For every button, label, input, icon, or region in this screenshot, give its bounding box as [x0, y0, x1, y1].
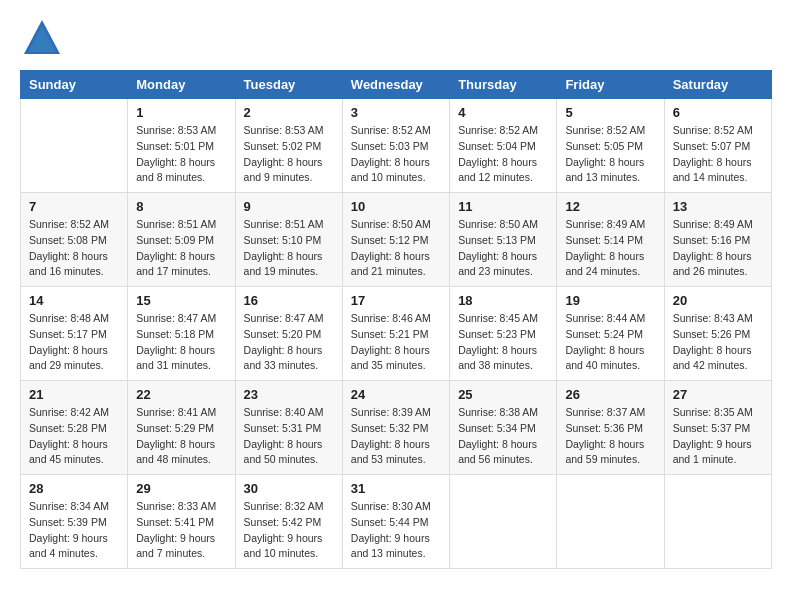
- calendar-cell: 19Sunrise: 8:44 AMSunset: 5:24 PMDayligh…: [557, 287, 664, 381]
- calendar-cell: 1Sunrise: 8:53 AMSunset: 5:01 PMDaylight…: [128, 99, 235, 193]
- day-info: Sunrise: 8:49 AMSunset: 5:16 PMDaylight:…: [673, 217, 763, 280]
- day-number: 17: [351, 293, 441, 308]
- week-row-4: 28Sunrise: 8:34 AMSunset: 5:39 PMDayligh…: [21, 475, 772, 569]
- day-info: Sunrise: 8:42 AMSunset: 5:28 PMDaylight:…: [29, 405, 119, 468]
- day-info: Sunrise: 8:51 AMSunset: 5:09 PMDaylight:…: [136, 217, 226, 280]
- week-row-2: 14Sunrise: 8:48 AMSunset: 5:17 PMDayligh…: [21, 287, 772, 381]
- day-info: Sunrise: 8:44 AMSunset: 5:24 PMDaylight:…: [565, 311, 655, 374]
- day-info: Sunrise: 8:33 AMSunset: 5:41 PMDaylight:…: [136, 499, 226, 562]
- day-info: Sunrise: 8:48 AMSunset: 5:17 PMDaylight:…: [29, 311, 119, 374]
- weekday-friday: Friday: [557, 71, 664, 99]
- week-row-0: 1Sunrise: 8:53 AMSunset: 5:01 PMDaylight…: [21, 99, 772, 193]
- calendar-cell: 25Sunrise: 8:38 AMSunset: 5:34 PMDayligh…: [450, 381, 557, 475]
- calendar-cell: 5Sunrise: 8:52 AMSunset: 5:05 PMDaylight…: [557, 99, 664, 193]
- day-number: 27: [673, 387, 763, 402]
- header: [20, 16, 772, 60]
- day-number: 11: [458, 199, 548, 214]
- day-info: Sunrise: 8:32 AMSunset: 5:42 PMDaylight:…: [244, 499, 334, 562]
- day-number: 7: [29, 199, 119, 214]
- calendar-cell: 23Sunrise: 8:40 AMSunset: 5:31 PMDayligh…: [235, 381, 342, 475]
- calendar-cell: 20Sunrise: 8:43 AMSunset: 5:26 PMDayligh…: [664, 287, 771, 381]
- calendar-cell: 24Sunrise: 8:39 AMSunset: 5:32 PMDayligh…: [342, 381, 449, 475]
- day-number: 23: [244, 387, 334, 402]
- calendar-table: SundayMondayTuesdayWednesdayThursdayFrid…: [20, 70, 772, 569]
- day-info: Sunrise: 8:40 AMSunset: 5:31 PMDaylight:…: [244, 405, 334, 468]
- calendar-cell: [664, 475, 771, 569]
- calendar-cell: 31Sunrise: 8:30 AMSunset: 5:44 PMDayligh…: [342, 475, 449, 569]
- day-number: 29: [136, 481, 226, 496]
- day-info: Sunrise: 8:35 AMSunset: 5:37 PMDaylight:…: [673, 405, 763, 468]
- day-info: Sunrise: 8:39 AMSunset: 5:32 PMDaylight:…: [351, 405, 441, 468]
- calendar-cell: 10Sunrise: 8:50 AMSunset: 5:12 PMDayligh…: [342, 193, 449, 287]
- calendar-cell: 22Sunrise: 8:41 AMSunset: 5:29 PMDayligh…: [128, 381, 235, 475]
- calendar-cell: 28Sunrise: 8:34 AMSunset: 5:39 PMDayligh…: [21, 475, 128, 569]
- day-number: 9: [244, 199, 334, 214]
- day-number: 22: [136, 387, 226, 402]
- calendar-cell: 6Sunrise: 8:52 AMSunset: 5:07 PMDaylight…: [664, 99, 771, 193]
- calendar-cell: 18Sunrise: 8:45 AMSunset: 5:23 PMDayligh…: [450, 287, 557, 381]
- day-number: 3: [351, 105, 441, 120]
- day-number: 24: [351, 387, 441, 402]
- day-info: Sunrise: 8:37 AMSunset: 5:36 PMDaylight:…: [565, 405, 655, 468]
- calendar-cell: 8Sunrise: 8:51 AMSunset: 5:09 PMDaylight…: [128, 193, 235, 287]
- calendar-cell: 14Sunrise: 8:48 AMSunset: 5:17 PMDayligh…: [21, 287, 128, 381]
- calendar-cell: 27Sunrise: 8:35 AMSunset: 5:37 PMDayligh…: [664, 381, 771, 475]
- day-number: 6: [673, 105, 763, 120]
- day-number: 21: [29, 387, 119, 402]
- weekday-header-row: SundayMondayTuesdayWednesdayThursdayFrid…: [21, 71, 772, 99]
- day-info: Sunrise: 8:38 AMSunset: 5:34 PMDaylight:…: [458, 405, 548, 468]
- calendar-cell: [450, 475, 557, 569]
- calendar-cell: 21Sunrise: 8:42 AMSunset: 5:28 PMDayligh…: [21, 381, 128, 475]
- weekday-thursday: Thursday: [450, 71, 557, 99]
- calendar-cell: 11Sunrise: 8:50 AMSunset: 5:13 PMDayligh…: [450, 193, 557, 287]
- day-number: 5: [565, 105, 655, 120]
- day-info: Sunrise: 8:51 AMSunset: 5:10 PMDaylight:…: [244, 217, 334, 280]
- day-info: Sunrise: 8:47 AMSunset: 5:18 PMDaylight:…: [136, 311, 226, 374]
- day-info: Sunrise: 8:52 AMSunset: 5:04 PMDaylight:…: [458, 123, 548, 186]
- weekday-saturday: Saturday: [664, 71, 771, 99]
- day-number: 31: [351, 481, 441, 496]
- day-info: Sunrise: 8:45 AMSunset: 5:23 PMDaylight:…: [458, 311, 548, 374]
- day-info: Sunrise: 8:46 AMSunset: 5:21 PMDaylight:…: [351, 311, 441, 374]
- day-info: Sunrise: 8:41 AMSunset: 5:29 PMDaylight:…: [136, 405, 226, 468]
- calendar-cell: 17Sunrise: 8:46 AMSunset: 5:21 PMDayligh…: [342, 287, 449, 381]
- day-number: 14: [29, 293, 119, 308]
- day-number: 20: [673, 293, 763, 308]
- day-info: Sunrise: 8:47 AMSunset: 5:20 PMDaylight:…: [244, 311, 334, 374]
- day-number: 26: [565, 387, 655, 402]
- day-number: 15: [136, 293, 226, 308]
- calendar-cell: 16Sunrise: 8:47 AMSunset: 5:20 PMDayligh…: [235, 287, 342, 381]
- week-row-3: 21Sunrise: 8:42 AMSunset: 5:28 PMDayligh…: [21, 381, 772, 475]
- calendar-cell: 9Sunrise: 8:51 AMSunset: 5:10 PMDaylight…: [235, 193, 342, 287]
- calendar-cell: 2Sunrise: 8:53 AMSunset: 5:02 PMDaylight…: [235, 99, 342, 193]
- day-number: 18: [458, 293, 548, 308]
- calendar-cell: 26Sunrise: 8:37 AMSunset: 5:36 PMDayligh…: [557, 381, 664, 475]
- day-number: 2: [244, 105, 334, 120]
- day-number: 19: [565, 293, 655, 308]
- day-number: 25: [458, 387, 548, 402]
- logo: [20, 16, 68, 60]
- day-info: Sunrise: 8:50 AMSunset: 5:13 PMDaylight:…: [458, 217, 548, 280]
- calendar-cell: 7Sunrise: 8:52 AMSunset: 5:08 PMDaylight…: [21, 193, 128, 287]
- day-info: Sunrise: 8:49 AMSunset: 5:14 PMDaylight:…: [565, 217, 655, 280]
- calendar-cell: 4Sunrise: 8:52 AMSunset: 5:04 PMDaylight…: [450, 99, 557, 193]
- day-number: 10: [351, 199, 441, 214]
- day-number: 28: [29, 481, 119, 496]
- day-info: Sunrise: 8:34 AMSunset: 5:39 PMDaylight:…: [29, 499, 119, 562]
- day-number: 16: [244, 293, 334, 308]
- day-info: Sunrise: 8:43 AMSunset: 5:26 PMDaylight:…: [673, 311, 763, 374]
- day-number: 1: [136, 105, 226, 120]
- weekday-tuesday: Tuesday: [235, 71, 342, 99]
- weekday-monday: Monday: [128, 71, 235, 99]
- calendar-cell: [557, 475, 664, 569]
- day-info: Sunrise: 8:52 AMSunset: 5:08 PMDaylight:…: [29, 217, 119, 280]
- weekday-wednesday: Wednesday: [342, 71, 449, 99]
- page: SundayMondayTuesdayWednesdayThursdayFrid…: [0, 0, 792, 612]
- day-number: 13: [673, 199, 763, 214]
- day-number: 30: [244, 481, 334, 496]
- calendar-cell: 30Sunrise: 8:32 AMSunset: 5:42 PMDayligh…: [235, 475, 342, 569]
- day-info: Sunrise: 8:50 AMSunset: 5:12 PMDaylight:…: [351, 217, 441, 280]
- day-info: Sunrise: 8:52 AMSunset: 5:03 PMDaylight:…: [351, 123, 441, 186]
- weekday-sunday: Sunday: [21, 71, 128, 99]
- calendar-cell: 29Sunrise: 8:33 AMSunset: 5:41 PMDayligh…: [128, 475, 235, 569]
